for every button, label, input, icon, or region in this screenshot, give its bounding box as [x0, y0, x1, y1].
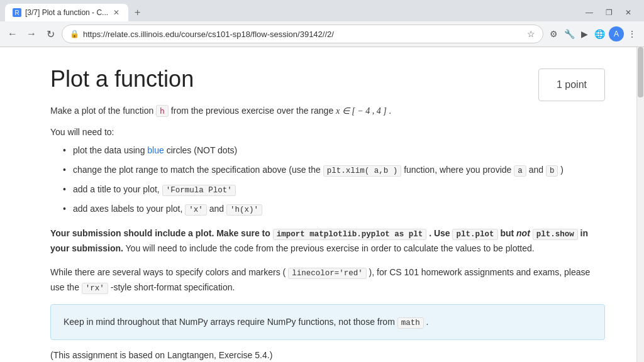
- minimize-button[interactable]: —: [580, 8, 598, 17]
- submission-code2: plt.plot: [452, 229, 497, 240]
- submission-bold1: Your submission should include a plot. M…: [50, 228, 273, 238]
- bullet3-code1: 'Formula Plot': [162, 185, 236, 196]
- color-text3: -style short-format specification.: [111, 282, 235, 292]
- tab-bar: R [3/7] Plot a function - C... ✕ + — ❐ ✕: [0, 0, 644, 21]
- math-neg: −: [357, 106, 363, 116]
- points-value: 1 point: [557, 79, 587, 90]
- bullet3-text1: add a title to your plot,: [73, 184, 162, 194]
- math-4-1: 4: [365, 106, 370, 116]
- math-x: x: [336, 106, 340, 116]
- math-bracket-left: [: [352, 106, 355, 116]
- scrollbar-thumb[interactable]: [638, 47, 643, 97]
- new-tab-button[interactable]: +: [131, 7, 144, 18]
- menu-button[interactable]: ⋮: [625, 25, 639, 43]
- bullet4-code1: 'x': [185, 204, 207, 216]
- points-badge: 1 point: [538, 69, 605, 101]
- ext2-button[interactable]: ▶: [579, 25, 591, 43]
- ext3-button[interactable]: 🌐: [592, 25, 608, 43]
- intro-text: Make a plot of the function: [50, 106, 153, 116]
- info-text1: Keep in mind throughout that NumPy array…: [64, 317, 395, 327]
- scrollbar[interactable]: [636, 47, 644, 362]
- back-button[interactable]: ←: [5, 26, 20, 41]
- reload-button[interactable]: ↻: [43, 26, 58, 41]
- address-bar: ← → ↻ 🔒 https://relate.cs.illinois.edu/c…: [0, 21, 644, 47]
- bullet4-code2: 'h(x)': [226, 204, 262, 216]
- url-icons: ☆: [527, 29, 535, 39]
- color-code2: 'rx': [82, 283, 108, 294]
- bullet2-code3: b: [546, 165, 558, 177]
- bookmark-icon[interactable]: ☆: [527, 29, 535, 39]
- list-item: add axes labels to your plot, 'x' and 'h…: [63, 202, 605, 216]
- bullet2-text1: change the plot range to match the speci…: [73, 165, 323, 175]
- submission-rest: You will need to include the code from t…: [126, 243, 535, 253]
- math-expression: x ∈ [ − 4 , 4 ]: [336, 106, 389, 116]
- url-text: https://relate.cs.illinois.edu/course/cs…: [83, 30, 523, 39]
- intro-rest-text: from the previous exercise over the rang…: [171, 106, 333, 116]
- tab-title: [3/7] Plot a function - C...: [25, 8, 108, 17]
- list-item: change the plot range to match the speci…: [63, 163, 605, 177]
- window-controls: — ❐ ✕: [580, 8, 639, 17]
- submission-code3: plt.show: [533, 229, 578, 240]
- list-item: plot the data using blue circles (NOT do…: [63, 143, 605, 157]
- bullet2-code2: a: [514, 165, 526, 177]
- submission-code1: import matplotlib.pyplot as plt: [273, 229, 427, 240]
- active-tab[interactable]: R [3/7] Plot a function - C... ✕: [5, 4, 128, 21]
- info-code: math: [397, 317, 424, 329]
- page-content: 1 point Plot a function Make a plot of t…: [0, 47, 636, 362]
- restore-button[interactable]: ❐: [601, 8, 618, 17]
- math-comma: ,: [372, 106, 377, 116]
- math-4-2: 4: [377, 106, 381, 116]
- forward-button[interactable]: →: [24, 26, 39, 41]
- page-title: Plot a function: [50, 66, 605, 92]
- you-will-need-text: You will need to:: [50, 127, 605, 137]
- bullet1-text1: plot the data using: [73, 145, 147, 155]
- bullet1-text2: circles (NOT dots): [167, 145, 238, 155]
- submission-italic: not: [516, 228, 530, 238]
- browser-chrome: R [3/7] Plot a function - C... ✕ + — ❐ ✕…: [0, 0, 644, 47]
- math-in: ∈: [342, 106, 352, 116]
- bullet2-text4: ): [560, 165, 564, 175]
- profile-icon[interactable]: A: [609, 26, 624, 41]
- info-box: Keep in mind throughout that NumPy array…: [50, 304, 605, 340]
- color-paragraph: While there are several ways to specify …: [50, 265, 605, 296]
- page-wrapper: 1 point Plot a function Make a plot of t…: [0, 47, 644, 362]
- math-period: .: [389, 106, 391, 116]
- bullet-list: plot the data using blue circles (NOT do…: [50, 143, 605, 216]
- color-code1: linecolor='red': [288, 268, 367, 279]
- bullet1-blue: blue: [147, 145, 164, 155]
- color-text1: While there are several ways to specify …: [50, 267, 288, 277]
- list-item: add a title to your plot, 'Formula Plot': [63, 182, 605, 197]
- toolbar-icons: ⚙ 🔧 ▶ 🌐 A ⋮: [547, 25, 639, 43]
- bullet2-code1: plt.xlim( a,b ): [323, 165, 402, 177]
- footer-note: (This assignment is based on Langtangen,…: [50, 350, 605, 360]
- url-bar[interactable]: 🔒 https://relate.cs.illinois.edu/course/…: [62, 25, 543, 43]
- bullet4-text1: add axes labels to your plot,: [73, 204, 185, 214]
- tab-favicon: R: [13, 8, 21, 17]
- math-bracket-right: ]: [383, 106, 386, 116]
- extensions-button[interactable]: ⚙: [547, 25, 560, 43]
- submission-bold2: but: [500, 228, 516, 238]
- submission-paragraph: Your submission should include a plot. M…: [50, 226, 605, 256]
- bullet4-text2: and: [209, 204, 226, 214]
- ext1-button[interactable]: 🔧: [562, 25, 577, 43]
- tab-close-button[interactable]: ✕: [112, 8, 121, 17]
- bullet2-text2: function, where you provide: [404, 165, 514, 175]
- info-text2: .: [426, 317, 429, 327]
- bullet2-text3: and: [529, 165, 546, 175]
- lock-icon: 🔒: [70, 30, 79, 38]
- submission-text1: . Use: [429, 228, 452, 238]
- close-button[interactable]: ✕: [620, 8, 636, 17]
- function-name-code: h: [156, 105, 169, 117]
- intro-paragraph: Make a plot of the function h from the p…: [50, 104, 605, 118]
